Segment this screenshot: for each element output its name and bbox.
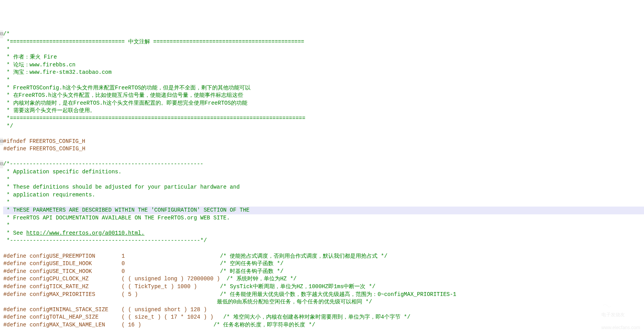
macro-name: configTOTAL_HEAP_SIZE — [30, 314, 98, 320]
preprocessor-define: #define FREERTOS_CONFIG_H — [3, 146, 85, 152]
inline-comment: /* 使能抢占式调度，否则用合作式调度，默认我们都是用抢占式 */ — [220, 253, 387, 259]
macro-name: configMAX_TASK_NAME_LEN — [30, 322, 105, 328]
preprocessor-ifndef: #ifndef FREERTOS_CONFIG_H — [3, 138, 85, 144]
macro-value: 1 — [122, 253, 125, 259]
fold-gutter[interactable]: ⊟ — [0, 138, 3, 146]
comment-line: * 在FreeRTOS.h这个头文件配置，比如使能互斥信号量，使能递归信号量，使… — [3, 92, 243, 98]
comment-line: * — [3, 46, 10, 53]
macro-value: 0 — [122, 268, 125, 274]
macro-value: 0 — [122, 260, 125, 267]
comment-line: * 论坛：www.firebbs.cn — [3, 62, 75, 68]
inline-comment: /* 系统时钟，单位为HZ */ — [227, 276, 297, 282]
inline-comment-cont: 最低的0由系统分配给空闲任务，每个任务的优先级可以相同 */ — [217, 299, 372, 305]
define-keyword: #define — [3, 322, 26, 328]
comment-line: * 内核对象的功能时，是在FreeRTOS.h这个头文件里面配置的。即要想完全使… — [3, 100, 247, 106]
inline-comment: /* 堆空间大小，内核在创建各种对象时需要用到，单位为字，即4个字节 */ — [223, 314, 410, 320]
inline-comment: /* 时基任务钩子函数 */ — [220, 268, 283, 274]
macro-name: configCPU_CLOCK_HZ — [30, 276, 89, 282]
macro-value: ( 5 ) — [122, 291, 138, 298]
define-keyword: #define — [3, 253, 26, 259]
comment-line: *=======================================… — [3, 115, 305, 121]
comment-line: * — [3, 77, 10, 83]
comment-line: * application requirements. — [3, 192, 95, 198]
inline-comment: /* 任务名称的长度，即字符串的长度 */ — [213, 322, 315, 328]
inline-comment: /* 任务能使用最大优先级个数，数字越大优先级越高，范围为：0~configMA… — [220, 291, 456, 298]
define-keyword: #define — [3, 260, 26, 267]
comment-line: * 淘宝：www.fire-stm32.taobao.com — [3, 69, 111, 75]
comment-line: * See — [3, 230, 26, 236]
macro-value: ( ( TickType_t ) 1000 ) — [122, 283, 197, 290]
define-keyword: #define — [3, 283, 26, 290]
fold-gutter[interactable]: ⊟ — [0, 30, 3, 38]
comment-line: * 需要这两个头文件一起联合使用。 — [3, 107, 95, 114]
comment-line: *---------------------------------------… — [3, 237, 207, 244]
macro-value: ( ( unsigned short ) 128 ) — [122, 306, 207, 313]
comment-line: /* — [3, 31, 10, 37]
comment-line: * FreeRTOS API DOCUMENTATION AVAILABLE O… — [3, 215, 230, 221]
macro-name: configTICK_RATE_HZ — [30, 283, 89, 290]
documentation-link[interactable]: http://www.freertos.org/a00110.html. — [26, 230, 144, 236]
fold-gutter[interactable]: ⊟ — [0, 160, 3, 168]
define-keyword: #define — [3, 276, 26, 282]
comment-line: * — [3, 222, 10, 228]
comment-line: * These definitions should be adjusted f… — [3, 184, 240, 190]
code-editor-view: ⊟/* *===================================… — [0, 30, 644, 329]
comment-line: * — [3, 199, 10, 205]
comment-line: * — [3, 176, 10, 183]
define-keyword: #define — [3, 314, 26, 320]
macro-name: configMAX_PRIORITIES — [30, 291, 95, 298]
highlighted-line: * THESE PARAMETERS ARE DESCRIBED WITHIN … — [3, 207, 644, 214]
comment-line: *=================================== 中文注… — [3, 39, 304, 45]
macro-value: ( ( unsigned long ) 72000000 ) — [122, 276, 220, 282]
comment-line: * THESE PARAMETERS ARE DESCRIBED WITHIN … — [3, 207, 249, 213]
inline-comment: /* SysTick中断周期，单位为HZ，1000HZ即1ms中断一次 */ — [220, 283, 376, 290]
comment-line: * FreeRTOSConfig.h这个头文件用来配置FreeRTOS的功能，但… — [3, 85, 250, 91]
macro-name: configMINIMAL_STACK_SIZE — [30, 306, 109, 313]
macro-value: ( 16 ) — [122, 322, 141, 328]
define-keyword: #define — [3, 306, 26, 313]
macro-value: ( ( size_t ) ( 17 * 1024 ) ) — [122, 314, 213, 320]
macro-name: configUSE_IDLE_HOOK — [30, 260, 92, 267]
comment-line: * 作者：秉火 Fire — [3, 54, 57, 60]
macro-name: configUSE_TICK_HOOK — [30, 268, 92, 274]
define-keyword: #define — [3, 268, 26, 274]
comment-line: * Application specific definitions. — [3, 169, 121, 175]
inline-comment: /* 空闲任务钩子函数 */ — [220, 260, 283, 267]
macro-name: configUSE_PREEMPTION — [30, 253, 95, 259]
comment-line: /*--------------------------------------… — [3, 161, 203, 167]
comment-line: */ — [3, 123, 13, 129]
define-keyword: #define — [3, 291, 26, 298]
